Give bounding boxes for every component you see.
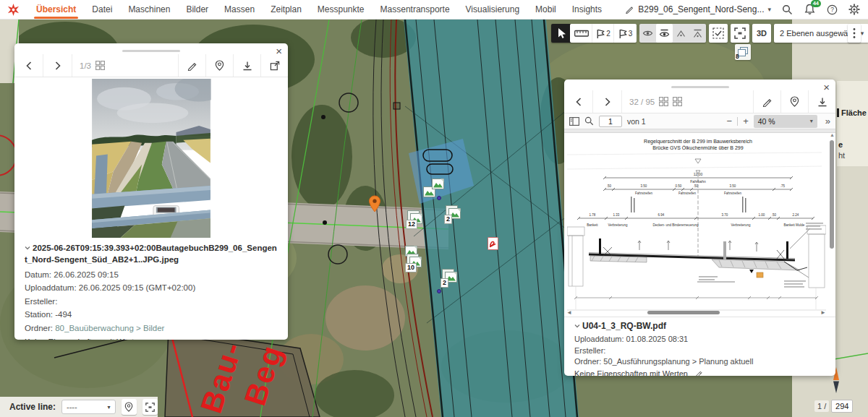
- photo-preview[interactable]: [14, 77, 288, 238]
- show-on-map-button[interactable]: [780, 90, 808, 113]
- zoom-to-line-button[interactable]: [142, 399, 158, 415]
- grid-view-icon[interactable]: [673, 97, 682, 106]
- download-document-button[interactable]: [808, 90, 835, 113]
- panel-drag-handle[interactable]: [14, 43, 288, 54]
- svg-text:2.24: 2.24: [793, 213, 799, 217]
- chevron-down-icon[interactable]: [574, 323, 580, 329]
- pdf-technical-drawing: Regelquerschnitt der B 299 im Bauwerksbe…: [567, 133, 826, 311]
- chevron-down-icon: ▾: [107, 404, 110, 410]
- photo-stack-marker[interactable]: 12: [410, 213, 422, 224]
- visibility-toggle-group: [639, 24, 706, 43]
- edit-properties-pencil-icon[interactable]: [150, 338, 158, 340]
- search-button[interactable]: [780, 3, 793, 16]
- ordner-folder-link[interactable]: 80_Bauüberwachung > Bilder: [55, 324, 164, 332]
- svg-text:Bankett: Bankett: [587, 223, 598, 227]
- search-in-pdf-icon[interactable]: [584, 116, 594, 126]
- select-tool-button[interactable]: [551, 24, 571, 43]
- pencil-icon: [626, 5, 634, 14]
- measure-tool-button[interactable]: [571, 24, 592, 43]
- show-on-map-button[interactable]: [205, 54, 233, 77]
- sidebar-toggle-icon[interactable]: [569, 117, 579, 126]
- help-icon: ?: [827, 4, 838, 15]
- svg-text:Verbreiterung: Verbreiterung: [731, 223, 751, 227]
- zoom-level-select[interactable]: 40 % ▾: [754, 115, 817, 128]
- settings-button[interactable]: [848, 3, 861, 16]
- nav-insights[interactable]: Insights: [564, 0, 610, 19]
- point-marker[interactable]: [437, 196, 441, 200]
- photo-stack-marker[interactable]: 10: [409, 257, 422, 267]
- nav-maschinen[interactable]: Maschinen: [120, 0, 178, 19]
- previous-document-button[interactable]: [564, 90, 593, 113]
- nav-uebersicht[interactable]: Übersicht: [28, 0, 84, 19]
- nav-massen[interactable]: Massen: [216, 0, 263, 19]
- download-photo-button[interactable]: [233, 54, 260, 77]
- nav-messpunkte[interactable]: Messpunkte: [310, 0, 373, 19]
- photo-pager: 1/3: [72, 54, 112, 77]
- pencil-icon: [762, 97, 773, 107]
- project-selector[interactable]: B299_06_Sengent_Nord-Seng... ▾: [626, 4, 771, 14]
- scroll-left-arrow[interactable]: ◄: [564, 309, 574, 316]
- edit-photo-button[interactable]: [178, 54, 205, 77]
- document-pager: 32 / 95: [622, 90, 689, 113]
- pdf-more-tools-button[interactable]: »: [825, 116, 830, 126]
- close-photo-panel-button[interactable]: ×: [276, 45, 282, 58]
- pdf-page-view[interactable]: Regelquerschnitt der B 299 im Bauwerksbe…: [564, 129, 835, 317]
- 3d-label: 3D: [757, 29, 767, 38]
- svg-text:Bankett Mulde: Bankett Mulde: [784, 223, 805, 227]
- toggle-surfaces-visibility-button[interactable]: [656, 24, 673, 43]
- zoom-in-button[interactable]: +: [743, 116, 749, 126]
- point-marker[interactable]: [437, 289, 441, 293]
- zoom-out-button[interactable]: −: [727, 116, 733, 126]
- pdf-doc-marker[interactable]: [488, 237, 498, 250]
- pdf-vertical-scrollbar[interactable]: ▲: [829, 134, 835, 308]
- photo-marker[interactable]: [432, 179, 444, 189]
- active-line-bar: Active line: ---- ▾: [0, 397, 158, 417]
- download-icon: [242, 61, 252, 71]
- photo-stack-marker[interactable]: 2: [445, 272, 457, 283]
- pdf-page-input[interactable]: [599, 116, 622, 127]
- open-external-button[interactable]: [260, 54, 288, 77]
- next-photo-button[interactable]: [43, 54, 72, 77]
- pdf-horizontal-scrollbar[interactable]: ◄ ►: [564, 309, 828, 316]
- multi-select-button[interactable]: [709, 24, 728, 43]
- nav-zeitplan[interactable]: Zeitplan: [263, 0, 310, 19]
- close-pdf-panel-button[interactable]: ×: [823, 81, 830, 94]
- 3d-view-button[interactable]: 3D: [752, 24, 771, 43]
- scroll-right-arrow[interactable]: ►: [818, 309, 828, 316]
- active-line-select[interactable]: ---- ▾: [61, 400, 115, 414]
- notifications-button[interactable]: 44: [803, 3, 816, 16]
- more-options-button[interactable]: [848, 24, 861, 43]
- nav-mobil[interactable]: Mobil: [527, 0, 564, 19]
- station-pager-input[interactable]: [831, 400, 853, 413]
- panel-drag-handle[interactable]: [564, 79, 835, 90]
- zoom-to-extent-button[interactable]: [731, 24, 749, 43]
- edit-properties-pencil-icon[interactable]: [694, 369, 703, 376]
- download-icon: [817, 97, 827, 107]
- chevron-down-icon[interactable]: [25, 245, 30, 251]
- previous-photo-button[interactable]: [14, 54, 43, 77]
- edit-document-button[interactable]: [753, 90, 780, 113]
- next-document-button[interactable]: [593, 90, 622, 113]
- app-logo-icon[interactable]: [7, 4, 20, 16]
- nav-massentransporte[interactable]: Massentransporte: [373, 0, 458, 19]
- locate-line-button[interactable]: [122, 399, 137, 415]
- svg-text:0.50: 0.50: [676, 184, 682, 188]
- toggle-sections-visibility-button[interactable]: [673, 24, 689, 43]
- toggle-points-visibility-button[interactable]: [639, 24, 656, 43]
- scan-frame-icon: [734, 27, 746, 39]
- grid-view-icon[interactable]: [95, 61, 105, 70]
- nav-visualisierung[interactable]: Visualisierung: [458, 0, 528, 19]
- selected-photo-pin[interactable]: [368, 195, 381, 212]
- help-button[interactable]: ?: [825, 3, 838, 16]
- dashed-select-check-icon: [712, 27, 724, 39]
- photo-doc-icon: [432, 179, 444, 189]
- photo-stack-marker[interactable]: 2: [448, 208, 461, 219]
- flag-tool-a-button[interactable]: 2: [592, 24, 614, 43]
- nav-bilder[interactable]: Bilder: [178, 0, 216, 19]
- grid-view-icon[interactable]: [659, 97, 668, 106]
- photo-meta-upload: Uploaddatum: 26.06.2025 09:15 (GMT+02:00…: [25, 283, 278, 292]
- toggle-section-lines-button[interactable]: [689, 24, 706, 43]
- doc-cluster-marker[interactable]: 8: [735, 44, 751, 60]
- nav-datei[interactable]: Datei: [84, 0, 120, 19]
- flag-tool-b-button[interactable]: 3: [614, 24, 636, 43]
